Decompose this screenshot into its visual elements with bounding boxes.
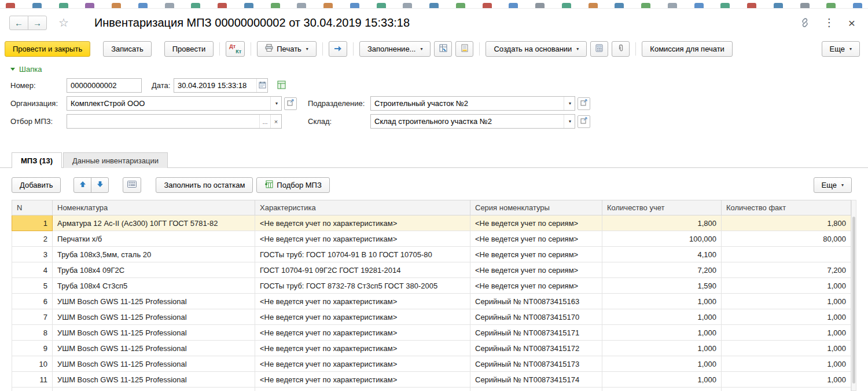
cell-qty-account[interactable]: 1,000 [602, 341, 722, 356]
section-icon[interactable] [6, 3, 15, 8]
cell-characteristic[interactable]: ГОСТы труб: ГОСТ 10704-91 В 10 ГОСТ 1070… [255, 247, 470, 262]
load-from-spreadsheet-button[interactable] [434, 41, 452, 57]
cell-nomenclature[interactable]: УШМ Bosch GWS 11-125 Professional [53, 372, 255, 388]
cell-qty-fact[interactable]: 1,000 [722, 309, 851, 325]
section-icon[interactable] [641, 3, 650, 8]
cell-characteristic[interactable]: <Не ведется учет по характеристикам> [255, 356, 470, 372]
move-down-button[interactable] [91, 177, 109, 193]
cell-nomenclature[interactable] [53, 388, 255, 391]
navigate-button[interactable] [329, 41, 347, 57]
department-open-button[interactable] [578, 97, 590, 110]
print-commission-button[interactable]: Комиссия для печати [642, 41, 733, 57]
cell-line-number[interactable]: 6 [12, 294, 53, 309]
favorite-star-icon[interactable]: ☆ [58, 16, 69, 30]
section-icon[interactable] [668, 3, 677, 8]
section-icon[interactable] [509, 3, 518, 8]
cell-series[interactable]: Серийный № NT00873415172 [470, 341, 602, 356]
scrollbar-thumb[interactable] [852, 217, 855, 383]
cell-qty-account[interactable]: 1,000 [602, 309, 722, 325]
number-input[interactable] [67, 79, 141, 92]
cell-qty-account[interactable]: 1,000 [602, 372, 722, 388]
related-documents-button[interactable] [277, 81, 286, 91]
col-header-qty-account[interactable]: Количество учет [602, 200, 722, 215]
section-icon[interactable] [403, 3, 412, 8]
organization-input[interactable] [67, 97, 270, 110]
cell-qty-fact[interactable]: 7,200 [722, 262, 851, 278]
section-icon[interactable] [218, 3, 227, 8]
date-input[interactable] [174, 79, 256, 92]
section-icon[interactable] [774, 3, 783, 8]
table-row[interactable]: 5 Труба 108х4 Ст3сп5 ГОСТы труб: ГОСТ 87… [12, 278, 851, 294]
cell-line-number[interactable]: 4 [12, 262, 53, 278]
add-row-button[interactable]: Добавить [12, 177, 61, 193]
table-row[interactable]: 7 УШМ Bosch GWS 11-125 Professional <Не … [12, 309, 851, 325]
cell-qty-fact[interactable]: 1,800 [722, 215, 851, 231]
pick-mpz-button[interactable]: Подбор МПЗ [256, 177, 329, 193]
section-icon[interactable] [747, 3, 756, 8]
section-icon[interactable] [271, 3, 280, 8]
col-header-series[interactable]: Серия номенклатуры [470, 200, 602, 215]
cell-characteristic[interactable]: ГОСТ 10704-91 09Г2С ГОСТ 19281-2014 [255, 262, 470, 278]
cell-line-number[interactable]: 10 [12, 356, 53, 372]
cell-qty-fact[interactable]: 1,000 [722, 278, 851, 294]
cell-series[interactable]: <Не ведется учет по сериям> [470, 247, 602, 262]
section-icon[interactable] [853, 3, 862, 8]
col-header-nomenclature[interactable]: Номенклатура [53, 200, 255, 215]
cell-characteristic[interactable]: <Не ведется учет по характеристикам> [255, 215, 470, 231]
section-icon[interactable] [720, 3, 730, 8]
forward-button[interactable]: → [28, 16, 47, 30]
cell-nomenclature[interactable]: Перчатки х/б [53, 231, 255, 247]
cell-qty-fact[interactable]: 1,000 [722, 356, 851, 372]
cell-characteristic[interactable]: <Не ведется учет по характеристикам> [255, 294, 470, 309]
more-button[interactable]: Еще ▾ [822, 41, 860, 57]
cell-line-number[interactable] [12, 388, 53, 391]
organization-dropdown-button[interactable]: ▾ [270, 97, 281, 110]
cell-series[interactable]: <Не ведется учет по сериям> [470, 215, 602, 231]
section-icon[interactable] [456, 3, 465, 8]
cell-series[interactable]: <Не ведется учет по сериям> [470, 262, 602, 278]
department-dropdown-button[interactable]: ▾ [564, 97, 575, 110]
cell-series[interactable]: Серийный № NT00873415171 [470, 325, 602, 341]
table-more-button[interactable]: Еще ▾ [814, 177, 852, 193]
cell-qty-fact[interactable] [722, 388, 851, 391]
cell-nomenclature[interactable]: УШМ Bosch GWS 11-125 Professional [53, 294, 255, 309]
section-icon[interactable] [350, 3, 359, 8]
cell-line-number[interactable]: 1 [12, 215, 53, 231]
warehouse-open-button[interactable] [578, 115, 590, 128]
warehouse-input[interactable] [371, 115, 564, 128]
table-row[interactable]: 2 Перчатки х/б <Не ведется учет по харак… [12, 231, 851, 247]
department-input[interactable] [371, 97, 564, 110]
cell-qty-account[interactable]: 1,000 [602, 325, 722, 341]
table-row[interactable] [12, 388, 851, 391]
cell-series[interactable]: Серийный № NT00873415163 [470, 294, 602, 309]
organization-open-button[interactable] [284, 97, 297, 110]
cell-line-number[interactable]: 5 [12, 278, 53, 294]
get-link-icon[interactable] [800, 17, 810, 28]
cell-line-number[interactable]: 11 [12, 372, 53, 388]
cell-series[interactable]: Серийный № NT00873415173 [470, 356, 602, 372]
create-based-on-button[interactable]: Создать на основании ▾ [486, 41, 587, 57]
cell-characteristic[interactable] [255, 388, 470, 391]
table-row[interactable]: 4 Труба 108х4 09Г2С ГОСТ 10704-91 09Г2С … [12, 262, 851, 278]
mpz-filter-clear-button[interactable]: × [270, 115, 281, 128]
section-icon[interactable] [615, 3, 624, 8]
back-button[interactable]: ← [9, 16, 28, 30]
section-icon[interactable] [59, 3, 68, 8]
cell-qty-account[interactable] [602, 388, 722, 391]
cell-qty-fact[interactable]: 1,000 [722, 341, 851, 356]
section-icon[interactable] [377, 3, 386, 8]
cell-series[interactable]: Серийный № NT00873415174 [470, 372, 602, 388]
cell-nomenclature[interactable]: УШМ Bosch GWS 11-125 Professional [53, 341, 255, 356]
table-row[interactable]: 6 УШМ Bosch GWS 11-125 Professional <Не … [12, 294, 851, 309]
attachments-button[interactable] [612, 41, 630, 57]
tab-inventory-data[interactable]: Данные инвентаризации [63, 152, 168, 168]
table-row[interactable]: 3 Труба 108х3,5мм, сталь 20 ГОСТы труб: … [12, 247, 851, 262]
section-icon[interactable] [138, 3, 148, 8]
cell-line-number[interactable]: 8 [12, 325, 53, 341]
cell-qty-account[interactable]: 4,100 [602, 247, 722, 262]
section-icon[interactable] [85, 3, 94, 8]
cell-characteristic[interactable]: <Не ведется учет по характеристикам> [255, 231, 470, 247]
save-button[interactable]: Записать [103, 41, 152, 57]
section-icon[interactable] [165, 3, 174, 8]
cell-qty-fact[interactable]: 1,000 [722, 294, 851, 309]
